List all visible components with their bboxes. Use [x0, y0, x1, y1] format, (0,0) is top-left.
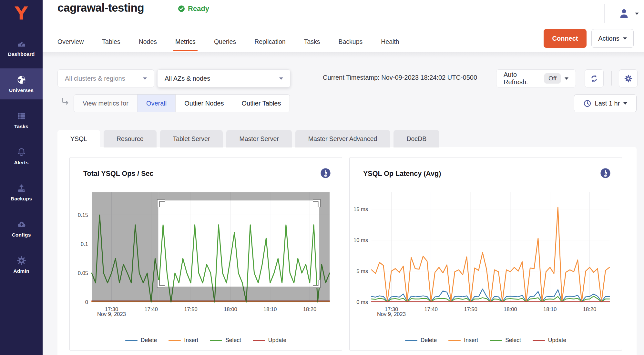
tab-nodes[interactable]: Nodes [139, 31, 157, 52]
view-metrics-overall[interactable]: Overall [138, 95, 176, 112]
connect-button[interactable]: Connect [544, 29, 587, 48]
metric-tab-docdb[interactable]: DocDB [394, 130, 439, 147]
chevron-down-icon [623, 37, 627, 40]
sidebar-item-label: Backups [11, 196, 32, 202]
chevron-down-icon [143, 77, 147, 80]
tab-metrics[interactable]: Metrics [175, 31, 196, 52]
tab-health[interactable]: Health [381, 31, 399, 52]
svg-text:0: 0 [85, 299, 88, 305]
legend-label: Insert [184, 337, 198, 344]
metric-tab-master-server[interactable]: Master Server [226, 130, 291, 147]
svg-text:Nov 9, 2023: Nov 9, 2023 [377, 311, 406, 317]
metric-tabs: YSQL Resource Tablet Server Master Serve… [57, 130, 439, 147]
sidebar-item-universes[interactable]: Universes [0, 68, 43, 99]
azs-nodes-dropdown[interactable]: All AZs & nodes [157, 69, 291, 87]
tab-tasks[interactable]: Tasks [304, 31, 320, 52]
universe-tabs: Overview Tables Nodes Metrics Queries Re… [57, 31, 399, 52]
check-circle-icon [178, 5, 185, 13]
yugabyte-logo[interactable]: Y [0, 0, 43, 32]
view-metrics-outlier-tables[interactable]: Outlier Tables [233, 95, 290, 112]
sidebar-item-dashboard[interactable]: Dashboard [0, 32, 43, 63]
ysql-latency-chart[interactable]: 0 ms5 ms10 ms15 ms17:3017:4017:5018:0018… [354, 188, 616, 317]
legend-item[interactable]: Update [253, 337, 286, 344]
tab-overview[interactable]: Overview [57, 31, 84, 52]
status-badge: Ready [178, 5, 209, 13]
svg-text:0.05: 0.05 [78, 270, 88, 276]
user-icon [618, 8, 630, 19]
legend-item[interactable]: Insert [448, 337, 478, 344]
sidebar-item-admin[interactable]: Admin [0, 249, 43, 280]
divider [604, 4, 605, 23]
prometheus-icon[interactable] [600, 168, 611, 178]
refresh-button[interactable] [585, 69, 604, 87]
legend-item[interactable]: Update [533, 337, 566, 344]
branch-arrow-icon [60, 97, 70, 107]
svg-text:0.1: 0.1 [81, 241, 88, 247]
auto-refresh-dropdown[interactable]: Auto Refresh: Off [496, 69, 576, 87]
legend-swatch [490, 340, 502, 341]
metric-tab-resource[interactable]: Resource [104, 130, 156, 147]
ysql-ops-chart[interactable]: 00.050.10.1517:3017:4017:5018:0018:1018:… [75, 188, 336, 317]
svg-text:18:00: 18:00 [224, 306, 237, 312]
sidebar-item-configs[interactable]: Configs [0, 213, 43, 244]
header: cagrawal-testing Ready Overview Tables N… [43, 0, 644, 52]
list-icon [16, 111, 26, 121]
globe-icon [16, 75, 26, 85]
legend-label: Select [225, 337, 241, 344]
chart-card-total-ysql-ops: Total YSQL Ops / Sec 00.050.10.1517:3017… [69, 157, 342, 351]
gauge-icon [16, 39, 26, 49]
svg-text:17:50: 17:50 [464, 306, 477, 312]
status-text: Ready [188, 5, 209, 13]
divider [611, 71, 612, 86]
actions-label: Actions [598, 35, 619, 42]
legend-swatch [448, 340, 461, 341]
tab-replication[interactable]: Replication [254, 31, 285, 52]
user-menu[interactable] [604, 3, 639, 24]
legend-label: Select [505, 337, 521, 344]
legend-item[interactable]: Select [490, 337, 521, 344]
metric-tab-master-server-advanced[interactable]: Master Server Advanced [295, 130, 390, 147]
prometheus-icon[interactable] [320, 168, 331, 178]
tab-queries[interactable]: Queries [214, 31, 236, 52]
backup-icon [16, 183, 26, 193]
chart-legend: DeleteInsertSelectUpdate [350, 337, 622, 344]
svg-text:10 ms: 10 ms [354, 237, 368, 243]
tab-backups[interactable]: Backups [339, 31, 363, 52]
gear-icon [16, 256, 26, 266]
sidebar: Y Dashboard Universes Tasks [0, 0, 43, 355]
sidebar-item-alerts[interactable]: Alerts [0, 141, 43, 172]
chevron-down-icon [565, 77, 568, 80]
sidebar-item-label: Tasks [14, 124, 28, 129]
svg-text:18:10: 18:10 [263, 306, 277, 312]
legend-item[interactable]: Insert [169, 337, 198, 344]
svg-text:Nov 9, 2023: Nov 9, 2023 [97, 311, 126, 317]
sidebar-item-backups[interactable]: Backups [0, 177, 43, 208]
chevron-down-icon [623, 102, 627, 105]
legend-item[interactable]: Select [210, 337, 241, 344]
cloud-upload-icon [16, 219, 26, 229]
sidebar-item-label: Configs [12, 232, 31, 238]
legend-label: Insert [464, 337, 478, 344]
sidebar-item-tasks[interactable]: Tasks [0, 105, 43, 136]
actions-button[interactable]: Actions [591, 29, 634, 48]
current-timestamp: Current Timestamp: Nov-09-2023 18:24:02 … [323, 74, 477, 81]
legend-item[interactable]: Delete [125, 337, 157, 344]
view-metrics-outlier-nodes[interactable]: Outlier Nodes [176, 95, 233, 112]
time-range-dropdown[interactable]: Last 1 hr [574, 94, 637, 112]
metric-tab-ysql[interactable]: YSQL [57, 130, 100, 147]
view-metrics-toggle: View metrics for Overall Outlier Nodes O… [74, 94, 290, 112]
legend-swatch [533, 340, 545, 341]
metric-tab-tablet-server[interactable]: Tablet Server [160, 130, 223, 147]
svg-text:17:40: 17:40 [424, 306, 438, 312]
sidebar-item-label: Admin [13, 268, 29, 274]
svg-text:5 ms: 5 ms [356, 268, 368, 274]
tab-tables[interactable]: Tables [102, 31, 120, 52]
svg-text:17:40: 17:40 [145, 306, 158, 312]
azs-nodes-value: All AZs & nodes [165, 75, 210, 82]
legend-label: Update [268, 337, 286, 344]
legend-item[interactable]: Delete [405, 337, 437, 344]
settings-button[interactable] [619, 69, 638, 87]
clusters-regions-dropdown[interactable]: All clusters & regions [57, 69, 154, 87]
svg-text:Y: Y [15, 3, 28, 24]
view-metrics-label: View metrics for [74, 95, 138, 112]
